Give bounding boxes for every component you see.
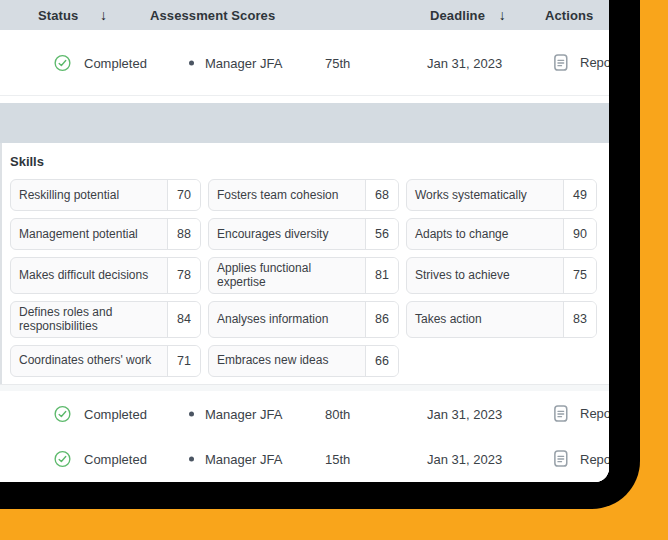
column-header-status[interactable]: Status ↓ [38, 7, 107, 23]
skill-name: Fosters team cohesion [209, 180, 365, 210]
skill-name: Takes action [407, 302, 563, 337]
skill-name: Management potential [11, 219, 167, 249]
skill-name: Makes difficult decisions [11, 258, 167, 293]
status-text: Completed [84, 452, 147, 467]
deadline-text: Jan 31, 2023 [427, 55, 502, 70]
skill-card: Makes difficult decisions78 [10, 257, 201, 294]
document-icon [552, 53, 570, 73]
skill-name: Applies functional expertise [209, 258, 365, 293]
assessor-text: Manager JFA [205, 406, 282, 421]
skill-card: Analyses information86 [208, 301, 399, 338]
skill-name: Defines roles and responsibilities [11, 302, 167, 337]
table-header: Status ↓ Assessment Scores Deadline ↓ Ac… [0, 0, 609, 30]
report-button[interactable]: Report [552, 53, 609, 73]
skill-score: 71 [167, 346, 200, 376]
status-text: Completed [84, 406, 147, 421]
skill-score: 86 [365, 302, 398, 337]
column-header-assessment-scores[interactable]: Assessment Scores [150, 8, 275, 23]
skill-name: Coordinates others' work [11, 346, 167, 376]
report-label: Report [580, 406, 609, 421]
column-label: Actions [545, 8, 593, 23]
check-circle-icon [54, 451, 71, 468]
percentile-text: 15th [325, 452, 350, 467]
skill-card: Strives to achieve75 [406, 257, 597, 294]
bullet-icon [189, 411, 194, 416]
skill-card: Encourages diversity56 [208, 218, 399, 250]
column-label: Status [38, 8, 78, 23]
skill-card: Management potential88 [10, 218, 201, 250]
skill-card: Reskilling potential70 [10, 179, 201, 211]
skill-card: Takes action83 [406, 301, 597, 338]
skill-name: Encourages diversity [209, 219, 365, 249]
table-row[interactable]: Completed Manager JFA 80th Jan 31, 2023 … [0, 391, 609, 437]
report-button[interactable]: Report [552, 449, 609, 469]
skill-card: Applies functional expertise81 [208, 257, 399, 294]
check-circle-icon [54, 405, 71, 422]
column-label: Assessment Scores [150, 8, 275, 23]
skill-name: Works systematically [407, 180, 563, 210]
skill-score: 68 [365, 180, 398, 210]
skill-score: 75 [563, 258, 596, 293]
skill-score: 81 [365, 258, 398, 293]
column-header-actions: Actions [545, 8, 593, 23]
skill-score: 78 [167, 258, 200, 293]
skill-card: Defines roles and responsibilities84 [10, 301, 201, 338]
skills-panel: Skills Reskilling potential70 Fosters te… [0, 143, 609, 384]
skill-name: Analyses information [209, 302, 365, 337]
marketing-canvas: Status ↓ Assessment Scores Deadline ↓ Ac… [0, 0, 668, 540]
report-button[interactable]: Report [552, 404, 609, 424]
skill-score: 56 [365, 219, 398, 249]
skill-score: 49 [563, 180, 596, 210]
skill-card: Embraces new ideas66 [208, 345, 399, 377]
report-label: Report [580, 452, 609, 467]
skill-name: Embraces new ideas [209, 346, 365, 376]
skill-score: 84 [167, 302, 200, 337]
sort-desc-icon[interactable]: ↓ [100, 7, 107, 23]
percentile-text: 80th [325, 406, 350, 421]
report-label: Report [580, 55, 609, 70]
skill-name: Strives to achieve [407, 258, 563, 293]
skill-card: Coordinates others' work71 [10, 345, 201, 377]
skill-score: 70 [167, 180, 200, 210]
skill-card: Fosters team cohesion68 [208, 179, 399, 211]
selected-row-bar[interactable] [0, 103, 609, 143]
table-row[interactable]: Completed Manager JFA 75th Jan 31, 2023 … [0, 30, 609, 96]
sort-desc-icon[interactable]: ↓ [499, 7, 506, 23]
bullet-icon [189, 60, 194, 65]
assessor-text: Manager JFA [205, 452, 282, 467]
skills-grid: Reskilling potential70 Fosters team cohe… [10, 179, 605, 377]
skill-score: 83 [563, 302, 596, 337]
skill-score: 88 [167, 219, 200, 249]
column-header-deadline[interactable]: Deadline ↓ [430, 7, 506, 23]
column-label: Deadline [430, 8, 485, 23]
skill-score: 90 [563, 219, 596, 249]
bullet-icon [189, 457, 194, 462]
skills-heading: Skills [10, 154, 44, 169]
document-icon [552, 449, 570, 469]
deadline-text: Jan 31, 2023 [427, 406, 502, 421]
table-row[interactable]: Completed Manager JFA 15th Jan 31, 2023 … [0, 436, 609, 482]
skill-card: Adapts to change90 [406, 218, 597, 250]
assessment-table: Status ↓ Assessment Scores Deadline ↓ Ac… [0, 0, 609, 482]
assessor-text: Manager JFA [205, 55, 282, 70]
check-circle-icon [54, 54, 71, 71]
skill-score: 66 [365, 346, 398, 376]
percentile-text: 75th [325, 55, 350, 70]
skill-name: Adapts to change [407, 219, 563, 249]
document-icon [552, 404, 570, 424]
app-screen: Status ↓ Assessment Scores Deadline ↓ Ac… [0, 0, 609, 482]
deadline-text: Jan 31, 2023 [427, 452, 502, 467]
skill-name: Reskilling potential [11, 180, 167, 210]
status-text: Completed [84, 55, 147, 70]
skill-card: Works systematically49 [406, 179, 597, 211]
